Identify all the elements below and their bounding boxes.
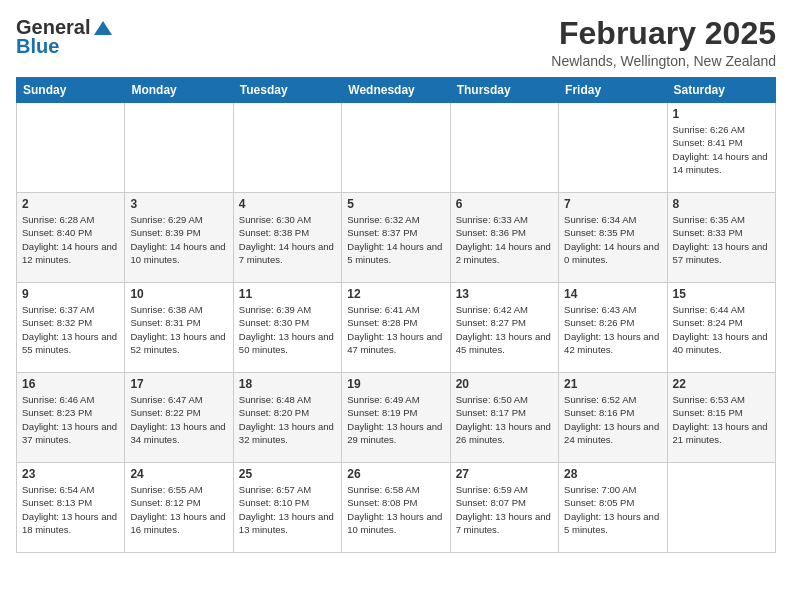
calendar-day-cell: 18Sunrise: 6:48 AM Sunset: 8:20 PM Dayli… [233, 373, 341, 463]
day-number: 12 [347, 287, 444, 301]
day-info: Sunrise: 6:38 AM Sunset: 8:31 PM Dayligh… [130, 303, 227, 356]
day-info: Sunrise: 6:34 AM Sunset: 8:35 PM Dayligh… [564, 213, 661, 266]
day-number: 15 [673, 287, 770, 301]
day-info: Sunrise: 6:49 AM Sunset: 8:19 PM Dayligh… [347, 393, 444, 446]
day-info: Sunrise: 6:57 AM Sunset: 8:10 PM Dayligh… [239, 483, 336, 536]
calendar-day-cell: 3Sunrise: 6:29 AM Sunset: 8:39 PM Daylig… [125, 193, 233, 283]
calendar-day-cell [125, 103, 233, 193]
calendar-day-cell: 25Sunrise: 6:57 AM Sunset: 8:10 PM Dayli… [233, 463, 341, 553]
day-info: Sunrise: 6:26 AM Sunset: 8:41 PM Dayligh… [673, 123, 770, 176]
day-info: Sunrise: 6:53 AM Sunset: 8:15 PM Dayligh… [673, 393, 770, 446]
day-of-week-header: Sunday [17, 78, 125, 103]
day-number: 26 [347, 467, 444, 481]
calendar-day-cell [233, 103, 341, 193]
day-number: 28 [564, 467, 661, 481]
page-header: General Blue February 2025 Newlands, Wel… [16, 16, 776, 69]
day-info: Sunrise: 6:55 AM Sunset: 8:12 PM Dayligh… [130, 483, 227, 536]
calendar-week-row: 16Sunrise: 6:46 AM Sunset: 8:23 PM Dayli… [17, 373, 776, 463]
logo-icon [92, 17, 114, 39]
day-of-week-header: Saturday [667, 78, 775, 103]
calendar-day-cell: 17Sunrise: 6:47 AM Sunset: 8:22 PM Dayli… [125, 373, 233, 463]
calendar-day-cell: 7Sunrise: 6:34 AM Sunset: 8:35 PM Daylig… [559, 193, 667, 283]
location-subtitle: Newlands, Wellington, New Zealand [551, 53, 776, 69]
day-number: 27 [456, 467, 553, 481]
calendar-day-cell [559, 103, 667, 193]
calendar-week-row: 2Sunrise: 6:28 AM Sunset: 8:40 PM Daylig… [17, 193, 776, 283]
calendar-day-cell: 22Sunrise: 6:53 AM Sunset: 8:15 PM Dayli… [667, 373, 775, 463]
day-info: Sunrise: 6:35 AM Sunset: 8:33 PM Dayligh… [673, 213, 770, 266]
day-number: 1 [673, 107, 770, 121]
day-number: 13 [456, 287, 553, 301]
day-info: Sunrise: 6:50 AM Sunset: 8:17 PM Dayligh… [456, 393, 553, 446]
day-info: Sunrise: 6:59 AM Sunset: 8:07 PM Dayligh… [456, 483, 553, 536]
day-info: Sunrise: 6:39 AM Sunset: 8:30 PM Dayligh… [239, 303, 336, 356]
day-number: 22 [673, 377, 770, 391]
day-number: 20 [456, 377, 553, 391]
day-number: 10 [130, 287, 227, 301]
calendar-day-cell [342, 103, 450, 193]
svg-marker-0 [94, 21, 112, 35]
day-number: 7 [564, 197, 661, 211]
day-info: Sunrise: 6:43 AM Sunset: 8:26 PM Dayligh… [564, 303, 661, 356]
day-info: Sunrise: 6:28 AM Sunset: 8:40 PM Dayligh… [22, 213, 119, 266]
calendar-day-cell [17, 103, 125, 193]
day-of-week-header: Thursday [450, 78, 558, 103]
day-number: 21 [564, 377, 661, 391]
calendar-week-row: 23Sunrise: 6:54 AM Sunset: 8:13 PM Dayli… [17, 463, 776, 553]
day-info: Sunrise: 7:00 AM Sunset: 8:05 PM Dayligh… [564, 483, 661, 536]
day-number: 9 [22, 287, 119, 301]
calendar-week-row: 9Sunrise: 6:37 AM Sunset: 8:32 PM Daylig… [17, 283, 776, 373]
day-info: Sunrise: 6:37 AM Sunset: 8:32 PM Dayligh… [22, 303, 119, 356]
day-number: 14 [564, 287, 661, 301]
day-number: 16 [22, 377, 119, 391]
day-info: Sunrise: 6:54 AM Sunset: 8:13 PM Dayligh… [22, 483, 119, 536]
day-number: 25 [239, 467, 336, 481]
title-block: February 2025 Newlands, Wellington, New … [551, 16, 776, 69]
calendar-table: SundayMondayTuesdayWednesdayThursdayFrid… [16, 77, 776, 553]
calendar-day-cell: 5Sunrise: 6:32 AM Sunset: 8:37 PM Daylig… [342, 193, 450, 283]
month-year-title: February 2025 [551, 16, 776, 51]
calendar-day-cell: 14Sunrise: 6:43 AM Sunset: 8:26 PM Dayli… [559, 283, 667, 373]
day-number: 19 [347, 377, 444, 391]
day-number: 2 [22, 197, 119, 211]
day-number: 4 [239, 197, 336, 211]
day-info: Sunrise: 6:47 AM Sunset: 8:22 PM Dayligh… [130, 393, 227, 446]
calendar-day-cell: 26Sunrise: 6:58 AM Sunset: 8:08 PM Dayli… [342, 463, 450, 553]
calendar-day-cell: 13Sunrise: 6:42 AM Sunset: 8:27 PM Dayli… [450, 283, 558, 373]
calendar-day-cell: 19Sunrise: 6:49 AM Sunset: 8:19 PM Dayli… [342, 373, 450, 463]
day-of-week-header: Wednesday [342, 78, 450, 103]
day-of-week-header: Tuesday [233, 78, 341, 103]
day-info: Sunrise: 6:29 AM Sunset: 8:39 PM Dayligh… [130, 213, 227, 266]
calendar-day-cell: 9Sunrise: 6:37 AM Sunset: 8:32 PM Daylig… [17, 283, 125, 373]
calendar-day-cell: 8Sunrise: 6:35 AM Sunset: 8:33 PM Daylig… [667, 193, 775, 283]
day-number: 5 [347, 197, 444, 211]
day-number: 3 [130, 197, 227, 211]
day-info: Sunrise: 6:41 AM Sunset: 8:28 PM Dayligh… [347, 303, 444, 356]
day-info: Sunrise: 6:58 AM Sunset: 8:08 PM Dayligh… [347, 483, 444, 536]
day-of-week-header: Friday [559, 78, 667, 103]
calendar-day-cell: 6Sunrise: 6:33 AM Sunset: 8:36 PM Daylig… [450, 193, 558, 283]
calendar-day-cell: 4Sunrise: 6:30 AM Sunset: 8:38 PM Daylig… [233, 193, 341, 283]
day-number: 6 [456, 197, 553, 211]
logo-blue-text: Blue [16, 35, 59, 58]
calendar-day-cell: 12Sunrise: 6:41 AM Sunset: 8:28 PM Dayli… [342, 283, 450, 373]
day-number: 23 [22, 467, 119, 481]
day-info: Sunrise: 6:46 AM Sunset: 8:23 PM Dayligh… [22, 393, 119, 446]
calendar-day-cell [450, 103, 558, 193]
day-number: 18 [239, 377, 336, 391]
calendar-day-cell: 23Sunrise: 6:54 AM Sunset: 8:13 PM Dayli… [17, 463, 125, 553]
day-info: Sunrise: 6:42 AM Sunset: 8:27 PM Dayligh… [456, 303, 553, 356]
calendar-day-cell: 20Sunrise: 6:50 AM Sunset: 8:17 PM Dayli… [450, 373, 558, 463]
calendar-day-cell: 15Sunrise: 6:44 AM Sunset: 8:24 PM Dayli… [667, 283, 775, 373]
calendar-day-cell: 16Sunrise: 6:46 AM Sunset: 8:23 PM Dayli… [17, 373, 125, 463]
calendar-day-cell: 1Sunrise: 6:26 AM Sunset: 8:41 PM Daylig… [667, 103, 775, 193]
calendar-week-row: 1Sunrise: 6:26 AM Sunset: 8:41 PM Daylig… [17, 103, 776, 193]
calendar-day-cell [667, 463, 775, 553]
day-number: 11 [239, 287, 336, 301]
day-info: Sunrise: 6:33 AM Sunset: 8:36 PM Dayligh… [456, 213, 553, 266]
day-info: Sunrise: 6:48 AM Sunset: 8:20 PM Dayligh… [239, 393, 336, 446]
logo: General Blue [16, 16, 114, 58]
calendar-day-cell: 28Sunrise: 7:00 AM Sunset: 8:05 PM Dayli… [559, 463, 667, 553]
calendar-day-cell: 21Sunrise: 6:52 AM Sunset: 8:16 PM Dayli… [559, 373, 667, 463]
day-info: Sunrise: 6:32 AM Sunset: 8:37 PM Dayligh… [347, 213, 444, 266]
